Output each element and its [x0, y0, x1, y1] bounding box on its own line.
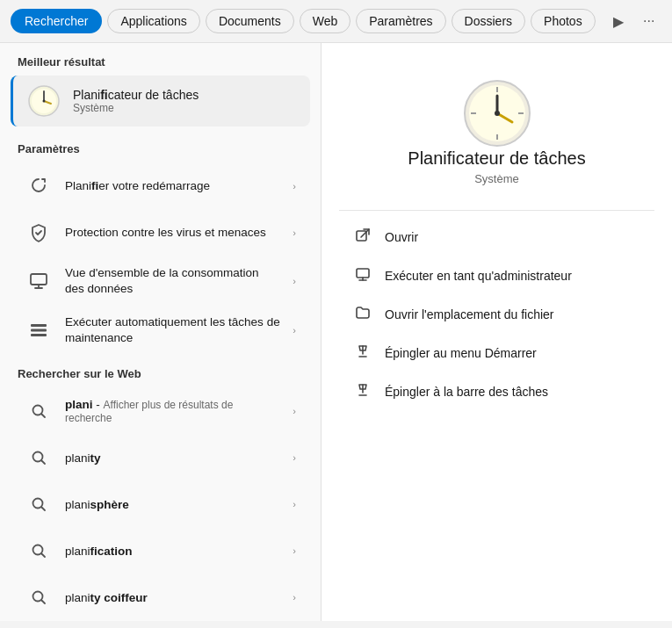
svg-line-12: [42, 415, 46, 418]
action-open-location-label: Ouvrir l'emplacement du fichier: [385, 307, 554, 321]
pin-start-icon: [353, 343, 372, 363]
svg-point-11: [33, 406, 43, 415]
web-item-1[interactable]: planity ›: [7, 435, 314, 480]
web-item-text-3: planification: [65, 545, 280, 558]
settings-item-data[interactable]: Vue d'ensemble de la consommation des do…: [7, 256, 314, 305]
app-preview-icon: [462, 78, 532, 148]
search-icon-0: [25, 397, 53, 425]
app-preview-sub: Système: [474, 172, 519, 185]
best-result-title: Meilleur résultat: [0, 43, 321, 76]
tab-web[interactable]: Web: [300, 9, 351, 33]
chevron-icon-reboot: ›: [293, 181, 296, 191]
web-item-2[interactable]: planisphère ›: [7, 481, 314, 527]
svg-point-4: [43, 100, 46, 103]
svg-point-19: [33, 592, 43, 602]
best-result-item[interactable]: Planificateur de tâches Système: [11, 76, 310, 126]
chevron-icon-data: ›: [293, 276, 296, 286]
web-item-text-1: planity: [65, 451, 280, 465]
chevron-icon-web-2: ›: [293, 499, 296, 509]
web-item-0[interactable]: plani - Afficher plus de résultats de re…: [7, 388, 314, 434]
tab-photos[interactable]: Photos: [531, 9, 596, 33]
name-prefix: Plani: [73, 88, 100, 102]
web-item-3[interactable]: planification ›: [7, 528, 314, 574]
web-item-text-4: planity coiffeur: [65, 591, 280, 604]
more-arrow-icon[interactable]: ▶: [606, 7, 632, 35]
action-open-location[interactable]: Ouvrir l'emplacement du fichier: [336, 295, 658, 334]
shield-icon: [25, 219, 53, 247]
svg-rect-5: [31, 274, 47, 285]
search-icon-4: [25, 583, 53, 611]
settings-item-virus[interactable]: Protection contre les virus et menaces ›: [7, 210, 314, 256]
chevron-icon-web-4: ›: [293, 592, 296, 603]
chevron-icon-web-0: ›: [293, 406, 296, 416]
open-icon: [353, 227, 372, 247]
settings-item-reboot[interactable]: Planifier votre redémarrage ›: [7, 163, 314, 209]
settings-item-data-text: Vue d'ensemble de la consommation des do…: [65, 265, 280, 296]
name-bold: fi: [100, 88, 108, 102]
settings-item-maintenance[interactable]: Exécuter automatiquement les tâches de m…: [7, 306, 314, 354]
chevron-icon-virus: ›: [293, 227, 296, 238]
divider: [339, 210, 654, 211]
settings-item-maintenance-text: Exécuter automatiquement les tâches de m…: [65, 314, 280, 345]
svg-point-29: [495, 111, 500, 116]
right-panel: Planificateur de tâches Système Ouvrir: [321, 43, 672, 621]
best-result-name: Planificateur de tâches: [73, 88, 199, 102]
folder-icon: [353, 305, 372, 324]
settings-item-reboot-text: Planifier votre redémarrage: [65, 178, 280, 194]
svg-line-20: [42, 601, 46, 604]
action-pin-start-label: Épingler au menu Démarrer: [385, 346, 537, 360]
action-open-label: Ouvrir: [385, 230, 418, 244]
svg-line-16: [42, 508, 46, 511]
app-preview-name: Planificateur de tâches: [408, 148, 585, 169]
name-suffix: cateur de tâches: [108, 88, 199, 102]
pin-taskbar-icon: [353, 382, 372, 401]
chevron-icon-web-3: ›: [293, 545, 296, 556]
chevron-icon-maintenance: ›: [293, 325, 296, 336]
tab-parametres[interactable]: Paramètres: [356, 9, 445, 33]
svg-rect-32: [357, 269, 369, 278]
svg-line-18: [42, 554, 46, 558]
best-result-app-icon: [27, 84, 61, 118]
action-run-admin-label: Exécuter en tant qu'administrateur: [385, 269, 572, 283]
svg-rect-8: [31, 324, 47, 327]
svg-line-14: [42, 461, 46, 465]
web-item-4[interactable]: planity coiffeur ›: [7, 574, 314, 620]
action-run-admin[interactable]: Exécuter en tant qu'administrateur: [336, 256, 658, 295]
search-icon-1: [25, 444, 53, 472]
search-icon-2: [25, 490, 53, 518]
best-result-sub: Système: [73, 102, 199, 114]
web-section-title: Rechercher sur le Web: [0, 355, 321, 387]
reboot-icon: [25, 172, 53, 200]
chevron-icon-web-1: ›: [293, 452, 296, 463]
tab-rechercher[interactable]: Rechercher: [11, 9, 102, 33]
admin-icon: [353, 266, 372, 285]
svg-rect-10: [31, 334, 47, 336]
search-icon-3: [25, 537, 53, 565]
monitor-icon: [25, 267, 53, 295]
tab-documents[interactable]: Documents: [206, 9, 294, 33]
action-list: Ouvrir Exécuter en tant qu'administrateu…: [322, 218, 672, 411]
tab-dossiers[interactable]: Dossiers: [452, 9, 525, 33]
action-pin-taskbar-label: Épingler à la barre des tâches: [385, 385, 548, 399]
left-panel: Meilleur résultat Planificateur de tâche…: [0, 43, 321, 621]
action-pin-taskbar[interactable]: Épingler à la barre des tâches: [336, 372, 658, 411]
best-result-text: Planificateur de tâches Système: [73, 88, 199, 114]
settings-item-virus-text: Protection contre les virus et menaces: [65, 225, 280, 241]
overflow-menu-icon[interactable]: ···: [636, 7, 661, 35]
action-pin-start[interactable]: Épingler au menu Démarrer: [336, 334, 658, 372]
tab-applications[interactable]: Applications: [107, 9, 200, 33]
top-bar: Rechercher Applications Documents Web Pa…: [0, 0, 672, 43]
svg-point-17: [33, 545, 43, 555]
svg-rect-9: [31, 328, 47, 331]
gear-icon: [25, 316, 53, 344]
action-open[interactable]: Ouvrir: [336, 218, 658, 256]
web-item-text-2: planisphère: [65, 498, 280, 511]
svg-point-15: [33, 499, 43, 509]
main-layout: Meilleur résultat Planificateur de tâche…: [0, 43, 672, 621]
params-section-title: Paramètres: [0, 130, 321, 162]
svg-point-13: [33, 452, 43, 462]
web-item-text-0: plani - Afficher plus de résultats de re…: [65, 398, 280, 424]
